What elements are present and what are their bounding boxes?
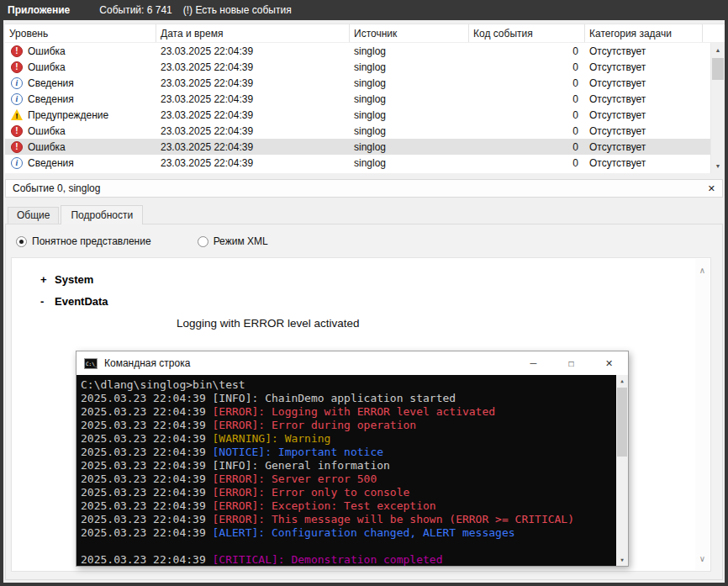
- console-time: 2025.03.23 22:04:39: [81, 553, 213, 566]
- console-line: 2025.03.23 22:04:39 [INFO]: ChainDemo ap…: [81, 392, 628, 405]
- console-line: 2025.03.23 22:04:39 [ERROR]: Logging wit…: [81, 405, 628, 419]
- info-icon: [11, 77, 23, 89]
- close-details-button[interactable]: ✕: [708, 183, 715, 194]
- console-text: [ERROR]: Server error 500: [213, 472, 377, 485]
- radio-unselected-icon: [198, 236, 208, 247]
- datetime-cell: 23.03.2025 22:04:39: [156, 93, 350, 105]
- info-icon: [11, 93, 23, 105]
- level-label: Сведения: [28, 157, 74, 169]
- cmd-icon: C:\_: [84, 358, 98, 369]
- console-time: 2025.03.23 22:04:39: [81, 446, 213, 458]
- column-header-level[interactable]: Уровень: [5, 24, 156, 42]
- console-time: 2025.03.23 22:04:39: [81, 526, 213, 539]
- table-row[interactable]: Сведения 23.03.2025 22:04:39 singlog 0 О…: [5, 75, 710, 91]
- console-text: C:\dlang\singlog>bin\test: [81, 378, 245, 391]
- level-cell: Ошибка: [5, 125, 156, 137]
- table-row[interactable]: Сведения 23.03.2025 22:04:39 singlog 0 О…: [5, 91, 710, 107]
- console-line: [81, 540, 628, 553]
- scroll-up-button[interactable]: ▲: [616, 375, 628, 387]
- scroll-down-button[interactable]: ▼: [616, 554, 628, 566]
- scrollbar-thumb[interactable]: [617, 388, 627, 457]
- console-time: 2025.03.23 22:04:39: [81, 513, 213, 525]
- terminal-minimize-button[interactable]: ─: [514, 351, 552, 375]
- tab-general[interactable]: Общие: [8, 207, 59, 224]
- console-line: 2025.03.23 22:04:39 [INFO]: General info…: [81, 459, 628, 472]
- scroll-down-chevron[interactable]: ∨: [695, 554, 710, 563]
- new-events-notice: (!) Есть новые события: [183, 4, 292, 16]
- table-body: Ошибка 23.03.2025 22:04:39 singlog 0 Отс…: [5, 43, 710, 173]
- source-cell: singlog: [350, 45, 469, 57]
- radio-label: Режим XML: [214, 235, 268, 247]
- radio-xml-view[interactable]: Режим XML: [198, 235, 268, 247]
- details-header: Событие 0, singlog ✕: [5, 179, 723, 198]
- column-header-datetime[interactable]: Дата и время: [156, 24, 350, 42]
- datetime-cell: 23.03.2025 22:04:39: [156, 45, 350, 57]
- console-text: [INFO]: ChainDemo application started: [213, 392, 456, 404]
- collapse-icon[interactable]: -: [40, 295, 55, 308]
- tree-node-eventdata[interactable]: - EventData: [12, 290, 710, 312]
- console-time: 2025.03.23 22:04:39: [81, 459, 213, 472]
- table-row[interactable]: Ошибка 23.03.2025 22:04:39 singlog 0 Отс…: [5, 123, 710, 139]
- event-code-cell: 0: [469, 45, 585, 57]
- terminal-maximize-button[interactable]: □: [552, 351, 590, 375]
- table-row[interactable]: Ошибка 23.03.2025 22:04:39 singlog 0 Отс…: [5, 59, 710, 75]
- scroll-down-button[interactable]: ▼: [711, 159, 725, 173]
- expand-icon[interactable]: +: [40, 273, 55, 286]
- scroll-up-chevron[interactable]: ∧: [695, 266, 710, 275]
- console-time: 2025.03.23 22:04:39: [81, 405, 213, 418]
- console-text: [ERROR]: Logging with ERROR level activa…: [213, 405, 496, 418]
- terminal-scrollbar[interactable]: ▲ ▼: [616, 375, 628, 566]
- tree-node-system[interactable]: + System: [12, 268, 710, 290]
- terminal-close-button[interactable]: ✕: [590, 351, 628, 375]
- table-header: Уровень Дата и время Источник Код событи…: [5, 24, 725, 43]
- category-cell: Отсутствует: [585, 109, 703, 121]
- column-header-category[interactable]: Категория задачи: [585, 24, 703, 42]
- radio-friendly-view[interactable]: Понятное представление: [16, 235, 151, 247]
- console-text: [ERROR]: This message will be shown (ERR…: [213, 513, 574, 525]
- console-text: [ALERT]: Configuration changed, ALERT me…: [213, 526, 515, 539]
- friendly-view-scrollbar[interactable]: ∧ ∨: [695, 259, 710, 570]
- terminal-titlebar[interactable]: C:\_ Командная строка ─ □ ✕: [76, 351, 628, 375]
- datetime-cell: 23.03.2025 22:04:39: [156, 77, 350, 89]
- warning-icon: [11, 109, 23, 121]
- table-row[interactable]: Ошибка 23.03.2025 22:04:39 singlog 0 Отс…: [5, 43, 710, 59]
- console-line: 2025.03.23 22:04:39 [ALERT]: Configurati…: [81, 526, 628, 540]
- console-text: [NOTICE]: Important notice: [213, 446, 384, 458]
- level-label: Ошибка: [28, 125, 66, 137]
- column-header-filler: [703, 24, 725, 42]
- column-header-code[interactable]: Код события: [469, 24, 585, 42]
- table-row-selected[interactable]: Ошибка 23.03.2025 22:04:39 singlog 0 Отс…: [5, 139, 710, 155]
- event-code-cell: 0: [469, 157, 585, 169]
- console-line: 2025.03.23 22:04:39 [NOTICE]: Important …: [81, 446, 628, 459]
- level-cell: Ошибка: [5, 61, 156, 73]
- level-label: Сведения: [28, 77, 74, 89]
- console-line: 2025.03.23 22:04:39 [CRITICAL]: Demonstr…: [81, 553, 628, 566]
- console-text: [INFO]: General information: [213, 459, 390, 472]
- source-cell: singlog: [350, 77, 469, 89]
- tab-details[interactable]: Подробности: [61, 205, 143, 224]
- console-time: 2025.03.23 22:04:39: [81, 432, 213, 445]
- table-row[interactable]: Сведения 23.03.2025 22:04:39 singlog 0 О…: [5, 155, 710, 171]
- console-time: 2025.03.23 22:04:39: [81, 486, 213, 499]
- datetime-cell: 23.03.2025 22:04:39: [156, 61, 350, 73]
- terminal-console[interactable]: C:\dlang\singlog>bin\test 2025.03.23 22:…: [76, 375, 628, 566]
- table-scrollbar[interactable]: ▲ ▼: [710, 43, 725, 173]
- source-cell: singlog: [350, 61, 469, 73]
- datetime-cell: 23.03.2025 22:04:39: [156, 141, 350, 153]
- console-line: 2025.03.23 22:04:39 [ERROR]: This messag…: [81, 513, 628, 526]
- level-cell: Предупреждение: [5, 109, 156, 121]
- category-cell: Отсутствует: [585, 61, 703, 73]
- window-titlebar: Приложение Событий: 6 741 (!) Есть новые…: [0, 0, 728, 20]
- console-text: [CRITICAL]: Demonstration completed: [213, 553, 443, 566]
- event-code-cell: 0: [469, 109, 585, 121]
- table-row[interactable]: Предупреждение 23.03.2025 22:04:39 singl…: [5, 107, 710, 123]
- terminal-window: C:\_ Командная строка ─ □ ✕ C:\dlang\sin…: [76, 351, 629, 567]
- event-code-cell: 0: [469, 141, 585, 153]
- level-label: Сведения: [28, 93, 74, 105]
- column-header-source[interactable]: Источник: [350, 24, 469, 42]
- scroll-up-button[interactable]: ▲: [711, 43, 725, 57]
- info-icon: [11, 157, 23, 169]
- scrollbar-thumb[interactable]: [712, 58, 724, 80]
- level-cell: Ошибка: [5, 45, 156, 57]
- level-label: Предупреждение: [28, 109, 108, 121]
